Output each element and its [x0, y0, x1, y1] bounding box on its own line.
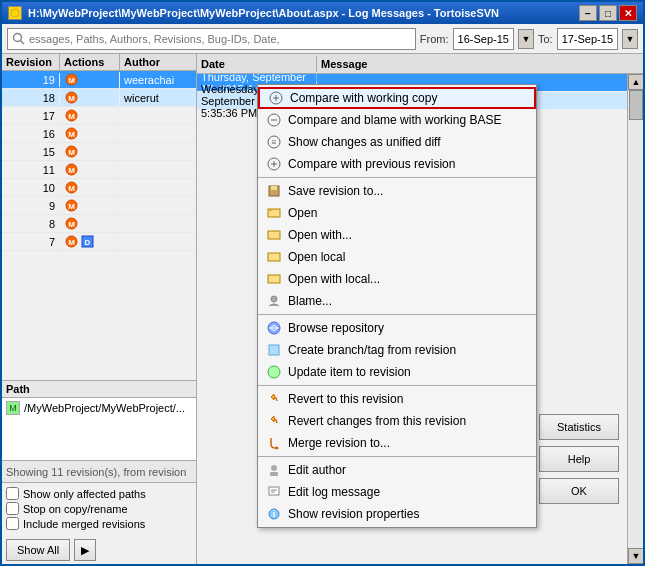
menu-separator-3 [258, 385, 536, 386]
arrow-button[interactable]: ▶ [74, 539, 96, 561]
table-row[interactable]: 10 M [2, 179, 196, 197]
svg-rect-45 [269, 345, 279, 355]
table-row[interactable]: 19 M weerachai [2, 71, 196, 89]
revision-author: wicerut [120, 91, 196, 105]
menu-item-update-item[interactable]: Update item to revision [258, 361, 536, 383]
action-icon-modify: M [64, 73, 78, 87]
stop-copy-checkbox[interactable] [6, 502, 19, 515]
menu-item-create-branch[interactable]: Create branch/tag from revision [258, 339, 536, 361]
menu-item-edit-author[interactable]: Edit author [258, 459, 536, 481]
close-button[interactable]: ✕ [619, 5, 637, 21]
menu-item-open-with[interactable]: Open with... [258, 224, 536, 246]
table-row[interactable]: 15 M [2, 143, 196, 161]
affected-paths-checkbox[interactable] [6, 487, 19, 500]
table-row[interactable]: 18 M wicerut [2, 89, 196, 107]
svg-point-48 [271, 465, 277, 471]
table-row[interactable]: 16 M [2, 125, 196, 143]
menu-label-unified-diff: Show changes as unified diff [288, 135, 441, 149]
title-bar: H:\MyWebProject\MyWebProject\MyWebProjec… [2, 2, 643, 24]
table-row[interactable]: 17 M [2, 107, 196, 125]
menu-label-open: Open [288, 206, 317, 220]
revision-num: 16 [2, 127, 60, 141]
show-all-button[interactable]: Show All [6, 539, 70, 561]
action-icon-modify: M [64, 145, 78, 159]
open-with-icon [266, 227, 282, 243]
menu-item-save-revision[interactable]: Save revision to... [258, 180, 536, 202]
action-icon-modify: M [64, 91, 78, 105]
scroll-up-arrow[interactable]: ▲ [628, 74, 643, 90]
revision-actions: M [60, 162, 120, 178]
revision-actions: M [60, 216, 120, 232]
compare-working-icon [268, 90, 284, 106]
window-title: H:\MyWebProject\MyWebProject\MyWebProjec… [28, 7, 499, 19]
col-header-author: Author [120, 54, 196, 70]
path-body: M /MyWebProject/MyWebProject/... [2, 398, 196, 460]
vertical-scrollbar[interactable]: ▲ ▼ [627, 74, 643, 564]
svg-text:M: M [68, 220, 75, 229]
revision-num: 10 [2, 181, 60, 195]
menu-item-compare-working[interactable]: Compare with working copy [258, 87, 536, 109]
menu-item-merge-to[interactable]: Merge revision to... [258, 432, 536, 454]
menu-item-revert-to[interactable]: Revert to this revision [258, 388, 536, 410]
path-folder-icon: M [6, 401, 20, 415]
menu-item-show-props[interactable]: i Show revision properties [258, 503, 536, 525]
statistics-button[interactable]: Statistics [539, 414, 619, 440]
menu-item-open-local-with[interactable]: Open with local... [258, 268, 536, 290]
search-input[interactable] [29, 33, 411, 45]
maximize-button[interactable]: □ [599, 5, 617, 21]
menu-item-browse-repo[interactable]: Browse repository [258, 317, 536, 339]
minimize-button[interactable]: − [579, 5, 597, 21]
svg-rect-39 [268, 231, 280, 239]
menu-item-compare-blame[interactable]: Compare and blame with working BASE [258, 109, 536, 131]
revision-num: 19 [2, 73, 60, 87]
menu-item-blame[interactable]: Blame... [258, 290, 536, 312]
menu-label-blame: Blame... [288, 294, 332, 308]
window-controls: − □ ✕ [579, 5, 637, 21]
from-date-dropdown[interactable]: ▼ [518, 29, 534, 49]
menu-label-revert-changes: Revert changes from this revision [288, 414, 466, 428]
to-date-dropdown[interactable]: ▼ [622, 29, 638, 49]
side-buttons: Statistics Help OK [539, 414, 619, 504]
merged-checkbox[interactable] [6, 517, 19, 530]
menu-item-open[interactable]: Open [258, 202, 536, 224]
menu-item-open-local[interactable]: Open local [258, 246, 536, 268]
menu-label-open-local: Open local [288, 250, 345, 264]
action-icon-modify: M [64, 199, 78, 213]
menu-label-compare-working: Compare with working copy [290, 91, 437, 105]
svg-point-0 [11, 9, 19, 17]
svg-text:D: D [84, 238, 90, 247]
edit-author-icon [266, 462, 282, 478]
action-icon-modify: M [64, 235, 78, 249]
help-button[interactable]: Help [539, 446, 619, 472]
action-icon-modify: M [64, 109, 78, 123]
menu-item-unified-diff[interactable]: ≡ Show changes as unified diff [258, 131, 536, 153]
revision-author [120, 133, 196, 135]
table-row[interactable]: 11 M [2, 161, 196, 179]
revision-actions: M [60, 144, 120, 160]
action-icon-modify: M [64, 127, 78, 141]
table-row[interactable]: 9 M [2, 197, 196, 215]
toolbar: From: 16-Sep-15 ▼ To: 17-Sep-15 ▼ [2, 24, 643, 54]
main-window: H:\MyWebProject\MyWebProject\MyWebProjec… [0, 0, 645, 566]
menu-item-compare-prev[interactable]: Compare with previous revision [258, 153, 536, 175]
from-label: From: [420, 33, 449, 45]
revert-changes-icon [266, 413, 282, 429]
revision-actions: M [60, 72, 120, 88]
revision-actions: M [60, 108, 120, 124]
svg-rect-41 [268, 275, 280, 283]
revision-actions: M D [60, 234, 120, 250]
menu-item-revert-changes[interactable]: Revert changes from this revision [258, 410, 536, 432]
checkboxes-section: Show only affected paths Stop on copy/re… [2, 482, 196, 536]
scroll-down-arrow[interactable]: ▼ [628, 548, 643, 564]
menu-label-save-revision: Save revision to... [288, 184, 383, 198]
from-date: 16-Sep-15 [458, 33, 509, 45]
right-panel: Date Message Thursday, September 17, 201… [197, 54, 643, 564]
menu-item-edit-message[interactable]: Edit log message [258, 481, 536, 503]
app-icon [8, 6, 22, 20]
scroll-thumb[interactable] [629, 90, 643, 120]
svg-text:M: M [68, 112, 75, 121]
svg-rect-50 [269, 487, 279, 495]
ok-button[interactable]: OK [539, 478, 619, 504]
table-row[interactable]: 7 M D [2, 233, 196, 251]
table-row[interactable]: 8 M [2, 215, 196, 233]
